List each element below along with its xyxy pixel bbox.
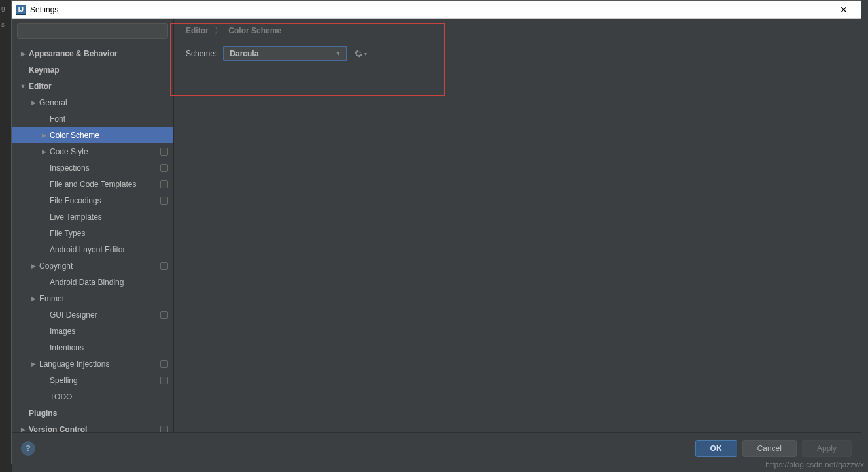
breadcrumb: Editor 〉 Color Scheme xyxy=(186,25,849,37)
titlebar: IJ Settings ✕ xyxy=(12,1,861,19)
sidebar-item-file-encodings[interactable]: File Encodings xyxy=(12,192,173,209)
sidebar-item-label: Spelling xyxy=(50,376,78,385)
sidebar-item-label: Font xyxy=(50,114,65,124)
footer: ? OK Cancel Apply xyxy=(12,432,861,464)
sidebar-item-images[interactable]: Images xyxy=(12,323,173,339)
sidebar-item-label: Emmet xyxy=(39,294,64,303)
sidebar-item-version-control[interactable]: Version Control xyxy=(12,421,173,432)
sidebar-item-label: Live Templates xyxy=(50,212,102,222)
scheme-value: Darcula xyxy=(230,49,258,58)
watermark: https://blog.csdn.net/qazzwx xyxy=(765,460,864,469)
settings-tree[interactable]: Appearance & BehaviorKeymapEditorGeneral… xyxy=(12,42,173,432)
window-title: Settings xyxy=(30,5,831,14)
project-badge-icon xyxy=(160,180,168,188)
cancel-button[interactable]: Cancel xyxy=(742,440,797,457)
sidebar-item-editor[interactable]: Editor xyxy=(12,78,173,94)
tree-arrow-icon xyxy=(39,132,48,139)
sidebar-item-label: Version Control xyxy=(29,425,87,433)
sidebar-item-copyright[interactable]: Copyright xyxy=(12,258,173,274)
tree-arrow-icon xyxy=(18,83,27,90)
tree-arrow-icon xyxy=(39,148,48,155)
sidebar-item-label: Plugins xyxy=(29,409,57,418)
project-badge-icon xyxy=(160,377,168,384)
sidebar-item-intentions[interactable]: Intentions xyxy=(12,339,173,356)
sidebar-item-file-and-code-templates[interactable]: File and Code Templates xyxy=(12,176,173,192)
sidebar-item-gui-designer[interactable]: GUI Designer xyxy=(12,307,173,323)
sidebar-item-code-style[interactable]: Code Style xyxy=(12,143,173,160)
sidebar-item-label: Language Injections xyxy=(39,360,109,369)
breadcrumb-editor[interactable]: Editor xyxy=(186,26,209,35)
sidebar-item-label: TODO xyxy=(50,392,72,401)
window-body: Appearance & BehaviorKeymapEditorGeneral… xyxy=(12,19,861,432)
project-badge-icon xyxy=(160,262,168,270)
gear-icon[interactable]: ▾ xyxy=(354,49,367,58)
settings-window: IJ Settings ✕ Appearance & BehaviorKeyma… xyxy=(11,0,861,464)
sidebar-item-label: Android Layout Editor xyxy=(50,245,125,254)
scheme-select[interactable]: Darcula ▼ xyxy=(223,46,347,61)
project-badge-icon xyxy=(160,148,168,156)
sidebar-item-label: Images xyxy=(50,327,75,336)
sidebar-item-label: General xyxy=(39,98,67,107)
tree-arrow-icon xyxy=(29,99,38,106)
sidebar-item-label: Appearance & Behavior xyxy=(29,49,117,58)
scheme-row: Scheme: Darcula ▼ ▾ xyxy=(186,46,617,71)
gear-caret-icon: ▾ xyxy=(364,51,367,57)
search-wrap xyxy=(12,19,173,42)
tree-arrow-icon xyxy=(29,361,38,367)
sidebar-item-android-data-binding[interactable]: Android Data Binding xyxy=(12,274,173,290)
sidebar-item-language-injections[interactable]: Language Injections xyxy=(12,356,173,372)
sidebar-item-inspections[interactable]: Inspections xyxy=(12,160,173,176)
tree-arrow-icon xyxy=(18,426,27,433)
breadcrumb-color-scheme: Color Scheme xyxy=(228,26,281,35)
sidebar-item-label: Android Data Binding xyxy=(50,278,124,287)
sidebar: Appearance & BehaviorKeymapEditorGeneral… xyxy=(12,19,174,432)
scheme-label: Scheme: xyxy=(186,49,217,58)
sidebar-item-label: Keymap xyxy=(29,65,60,75)
project-badge-icon xyxy=(160,164,168,172)
sidebar-item-emmet[interactable]: Emmet xyxy=(12,290,173,307)
sidebar-item-file-types[interactable]: File Types xyxy=(12,225,173,241)
sidebar-item-todo[interactable]: TODO xyxy=(12,388,173,405)
project-badge-icon xyxy=(160,360,168,368)
tree-arrow-icon xyxy=(18,50,27,57)
chevron-down-icon: ▼ xyxy=(335,50,341,57)
sidebar-item-font[interactable]: Font xyxy=(12,110,173,127)
sidebar-item-label: Color Scheme xyxy=(50,131,99,140)
sidebar-item-plugins[interactable]: Plugins xyxy=(12,405,173,421)
project-badge-icon xyxy=(160,197,168,205)
ok-button[interactable]: OK xyxy=(695,440,737,457)
sidebar-item-label: File Encodings xyxy=(50,196,101,205)
tree-arrow-icon xyxy=(29,295,38,302)
sidebar-item-keymap[interactable]: Keymap xyxy=(12,61,173,78)
sidebar-item-android-layout-editor[interactable]: Android Layout Editor xyxy=(12,241,173,258)
sidebar-item-label: Code Style xyxy=(50,147,88,156)
app-icon: IJ xyxy=(16,5,26,15)
search-input[interactable] xyxy=(17,23,168,39)
sidebar-item-appearance-behavior[interactable]: Appearance & Behavior xyxy=(12,45,173,61)
sidebar-item-color-scheme[interactable]: Color Scheme xyxy=(12,127,173,143)
apply-button[interactable]: Apply xyxy=(802,440,852,457)
help-icon[interactable]: ? xyxy=(21,441,35,456)
sidebar-item-spelling[interactable]: Spelling xyxy=(12,372,173,388)
sidebar-item-label: Copyright xyxy=(39,261,73,271)
sidebar-item-label: Inspections xyxy=(50,163,90,173)
tree-arrow-icon xyxy=(29,263,38,269)
sidebar-item-label: Intentions xyxy=(50,343,84,352)
close-icon[interactable]: ✕ xyxy=(831,5,857,15)
background-gutter: gs xyxy=(0,0,12,472)
sidebar-item-label: File and Code Templates xyxy=(50,180,137,189)
project-badge-icon xyxy=(160,426,168,433)
breadcrumb-sep: 〉 xyxy=(215,26,222,35)
main-panel: Editor 〉 Color Scheme Scheme: Darcula ▼ … xyxy=(174,19,861,432)
sidebar-item-label: Editor xyxy=(29,82,52,91)
sidebar-item-label: GUI Designer xyxy=(50,311,97,320)
sidebar-item-label: File Types xyxy=(50,229,85,238)
sidebar-item-general[interactable]: General xyxy=(12,94,173,110)
project-badge-icon xyxy=(160,311,168,319)
sidebar-item-live-templates[interactable]: Live Templates xyxy=(12,209,173,225)
